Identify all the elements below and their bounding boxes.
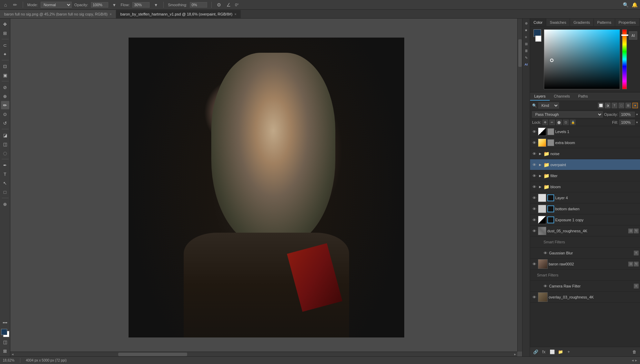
tab-swatches[interactable]: Swatches bbox=[546, 19, 570, 26]
kind-select[interactable]: Kind bbox=[538, 102, 559, 109]
lock-all-icon[interactable]: 🔒 bbox=[570, 120, 576, 125]
zoom-icon[interactable]: ⊕ bbox=[1, 200, 9, 208]
filter-pixel-icon[interactable]: ⬜ bbox=[598, 103, 603, 108]
layer-row-bottomdarken[interactable]: 👁 bottom darken bbox=[530, 203, 640, 214]
tab-color[interactable]: Color bbox=[530, 19, 546, 26]
home-icon[interactable]: ⌂ bbox=[2, 1, 9, 8]
eye-exposure1copy[interactable]: 👁 bbox=[531, 217, 537, 223]
settings-icon[interactable]: ⚙ bbox=[216, 1, 223, 8]
opacity-arrow[interactable]: ▾ bbox=[636, 113, 638, 116]
add-mask-icon[interactable]: ⬜ bbox=[549, 348, 556, 355]
fg-color-swatch[interactable] bbox=[1, 329, 7, 335]
layer-row-smartfilters2[interactable]: Smart Filters bbox=[530, 270, 640, 281]
layer-row-levels1[interactable]: 👁 Levels 1 bbox=[530, 126, 640, 137]
horizontal-scroll-thumb[interactable] bbox=[118, 353, 187, 356]
strip-icon-2[interactable]: ★ bbox=[523, 27, 529, 33]
smoothing-input[interactable]: 0% bbox=[190, 2, 207, 8]
search-icon[interactable]: 🔍 bbox=[622, 1, 629, 8]
magic-wand-icon[interactable]: ✦ bbox=[1, 50, 9, 58]
arrow-noise[interactable]: ▶ bbox=[538, 152, 542, 156]
tab-gradients[interactable]: Gradients bbox=[570, 19, 594, 26]
tab-2-close[interactable]: × bbox=[234, 12, 236, 16]
quick-mask-icon[interactable]: ◫ bbox=[1, 338, 9, 346]
vertical-scrollbar[interactable] bbox=[517, 19, 522, 352]
strip-icon-ai[interactable]: AI bbox=[523, 61, 529, 68]
color-gradient-box[interactable] bbox=[544, 29, 620, 89]
screen-mode-icon[interactable]: ⊠ bbox=[1, 347, 9, 355]
eye-layer4[interactable]: 👁 bbox=[531, 195, 537, 201]
vertical-scroll-thumb[interactable] bbox=[518, 39, 522, 67]
layer-row-baronraw[interactable]: 👁 baron raw0002 ⊡ ↻ bbox=[530, 259, 640, 270]
blur-icon[interactable]: ◌ bbox=[1, 149, 9, 157]
lasso-tool-icon[interactable]: ⊂ bbox=[1, 41, 9, 49]
flow-arrow-icon[interactable]: ▾ bbox=[152, 1, 159, 8]
move-tool-icon[interactable]: ✥ bbox=[1, 20, 9, 28]
color-picker-dot[interactable] bbox=[550, 59, 553, 62]
eraser-icon[interactable]: ◪ bbox=[1, 131, 9, 139]
canvas-area[interactable]: ◂ ▸ bbox=[10, 19, 522, 356]
gradient-icon[interactable]: ◫ bbox=[1, 140, 9, 148]
eye-baronraw[interactable]: 👁 bbox=[531, 261, 537, 267]
tab-1[interactable]: baron full no sig.png @ 45,2% (baron ful… bbox=[0, 10, 116, 18]
eye-bloom[interactable]: 👁 bbox=[531, 184, 537, 190]
layer-row-overlay03[interactable]: 👁 overlay_03_roughness_4K bbox=[530, 292, 640, 303]
hue-gradient[interactable] bbox=[622, 29, 627, 89]
angle-icon[interactable]: ∠ bbox=[225, 1, 232, 8]
more-tools-icon[interactable]: ••• bbox=[1, 318, 9, 327]
crop-tool-icon[interactable]: ⊡ bbox=[1, 62, 9, 70]
flow-input[interactable]: 30% bbox=[132, 2, 150, 8]
link-layers-icon[interactable]: 🔗 bbox=[532, 348, 539, 355]
filter-type-icon[interactable]: T bbox=[612, 103, 617, 108]
layer-row-extrabloom[interactable]: 👁 extra bloom bbox=[530, 137, 640, 148]
strip-icon-1[interactable]: ⊕ bbox=[523, 20, 529, 26]
lock-pixel-icon[interactable]: ⬤ bbox=[556, 120, 562, 125]
brush-tool-icon[interactable]: ✏ bbox=[12, 1, 19, 8]
layer-row-exposure1copy[interactable]: 👁 Exposure 1 copy bbox=[530, 214, 640, 225]
filter-active-icon[interactable]: ● bbox=[632, 103, 638, 108]
channels-tab[interactable]: Channels bbox=[550, 92, 574, 101]
eye-levels1[interactable]: 👁 bbox=[531, 129, 537, 134]
tab-patterns[interactable]: Patterns bbox=[594, 19, 615, 26]
layer-row-gaussianblur[interactable]: 👁 Gaussian Blur ≡ bbox=[530, 247, 640, 259]
type-tool-icon[interactable]: T bbox=[1, 170, 9, 178]
spot-heal-icon[interactable]: ⊕ bbox=[1, 92, 9, 100]
eye-bottomdarken[interactable]: 👁 bbox=[531, 206, 537, 212]
fill-arrow[interactable]: ▾ bbox=[636, 121, 638, 124]
lock-pos-icon[interactable]: ✥ bbox=[542, 120, 548, 125]
eye-filter[interactable]: 👁 bbox=[531, 173, 537, 179]
layer-row-dust05[interactable]: 👁 dust_05_roughness_4K ⊡ ↻ bbox=[530, 225, 640, 236]
ai-icon[interactable]: AI bbox=[629, 31, 637, 40]
paths-tab[interactable]: Paths bbox=[574, 92, 592, 101]
add-effect-icon[interactable]: fx bbox=[540, 348, 547, 355]
eye-overpaint[interactable]: 👁 bbox=[531, 162, 537, 168]
eye-overlay03[interactable]: 👁 bbox=[531, 294, 537, 300]
eye-gaussianblur[interactable]: 👁 bbox=[542, 250, 548, 256]
layer-row-smartfilters1[interactable]: Smart Filters bbox=[530, 236, 640, 247]
opacity-input[interactable]: 100% bbox=[619, 112, 635, 117]
filter-smart-icon[interactable]: ⊞ bbox=[626, 103, 631, 108]
layer-row-cameraraw[interactable]: 👁 Camera Raw Filter ≡ bbox=[530, 281, 640, 292]
lock-draw-icon[interactable]: ✏ bbox=[549, 120, 555, 125]
ai-button[interactable]: AI bbox=[629, 29, 637, 89]
artboard-tool-icon[interactable]: ⊞ bbox=[1, 29, 9, 37]
strip-icon-4[interactable]: ⊞ bbox=[523, 41, 529, 47]
clone-icon[interactable]: ⊙ bbox=[1, 110, 9, 118]
arrow-bloom[interactable]: ▶ bbox=[538, 185, 542, 189]
strip-icon-5[interactable]: ≣ bbox=[523, 48, 529, 54]
eye-dust05[interactable]: 👁 bbox=[531, 228, 537, 234]
history-brush-icon[interactable]: ↺ bbox=[1, 119, 9, 127]
brush-icon[interactable]: ✏ bbox=[1, 101, 9, 109]
opacity-arrow-icon[interactable]: ▾ bbox=[111, 1, 118, 8]
tab-properties[interactable]: Properties bbox=[615, 19, 640, 26]
fill-input[interactable]: 100% bbox=[619, 120, 635, 125]
eyedropper-icon[interactable]: ⊘ bbox=[1, 83, 9, 91]
tab-1-close[interactable]: × bbox=[110, 12, 112, 16]
background-color[interactable] bbox=[535, 36, 541, 42]
layers-tab[interactable]: Layers bbox=[530, 92, 550, 101]
layer-row-noise[interactable]: 👁 ▶ 📁 noise bbox=[530, 148, 640, 159]
scroll-left-arrow[interactable]: ◂ bbox=[10, 352, 15, 356]
eye-cameraraw[interactable]: 👁 bbox=[542, 283, 548, 289]
arrow-overpaint[interactable]: ▶ bbox=[538, 163, 542, 167]
layer-row-filter[interactable]: 👁 ▶ 📁 filter bbox=[530, 170, 640, 181]
arrow-filter[interactable]: ▶ bbox=[538, 174, 542, 178]
